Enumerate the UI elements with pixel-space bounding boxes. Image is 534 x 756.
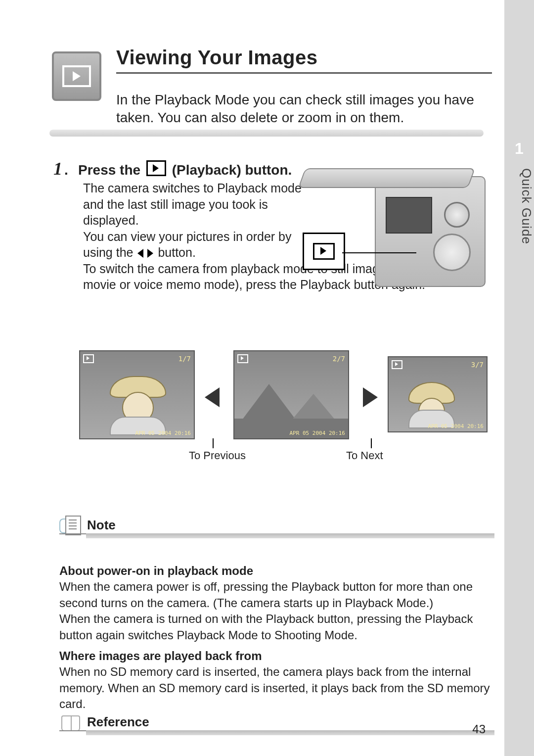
playback-section-icon [52,51,101,101]
step-body-p2b: button. [158,245,195,259]
note-p2: When the camera is turned on with the Pl… [59,611,494,643]
thumb-counter-1: 1/7 [178,355,191,363]
playback-button-callout [303,233,345,270]
camera-lcd [386,197,432,234]
play-triangle-icon [73,71,81,81]
thumb-date-3: APR 05 2004 20:16 [428,423,484,429]
section-title: Viewing Your Images [116,47,317,69]
thumb-date-2: APR 05 2004 20:16 [289,430,345,436]
step-title-suffix: (Playback) button. [172,162,292,178]
note-body: About power-on in playback mode When the… [59,563,494,712]
next-arrow-icon [363,387,378,407]
camera-top [298,168,476,188]
chapter-number: 1 [504,140,534,158]
thumb-playback-icon [392,360,402,369]
thumbnail-1: 1/7 APR 05 2004 20:16 [79,350,195,439]
note-p3: When no SD memory card is inserted, the … [59,664,494,712]
thumbnail-2: 2/7 APR 05 2004 20:16 [233,350,349,439]
note-section: Note About power-on in playback mode Whe… [59,516,494,712]
thumb-playback-icon [237,354,248,363]
note-icon [59,516,81,534]
step-title: Press the (Playback) button. [78,160,292,178]
reference-section: Reference • For how to playback movies, … [59,713,494,756]
manual-page: 1 Quick Guide Viewing Your Images In the… [0,0,534,756]
thumb-counter-3: 3/7 [471,361,484,369]
note-subheading-2: Where images are played back from [59,648,494,664]
playback-icon [313,243,335,260]
page-number: 43 [472,722,486,736]
side-label-quick-guide: Quick Guide [504,168,534,244]
note-subheading-1: About power-on in playback mode [59,563,494,579]
playback-thumbnails: 1/7 APR 05 2004 20:16 2/7 APR 05 2004 20… [79,350,485,449]
play-frame-icon [62,65,91,87]
section-intro: In the Playback Mode you can check still… [116,91,482,127]
left-right-arrow-icon [137,249,153,258]
note-title: Note [87,518,116,533]
tick-next [371,438,372,448]
side-tab: 1 Quick Guide [504,0,534,756]
thumb-counter-2: 2/7 [333,355,345,363]
camera-dial [444,202,470,228]
step-title-prefix: Press the [78,162,144,178]
note-p1: When the camera power is off, pressing t… [59,579,494,611]
thumb-playback-icon [83,354,94,363]
header-band [49,130,484,137]
label-to-previous: To Previous [189,449,246,462]
reference-title: Reference [87,714,149,730]
camera-control-wheel [433,234,471,271]
note-header: Note [59,516,494,535]
step-number-dot: . [64,162,68,178]
reference-icon [59,713,81,731]
playback-button-icon [146,160,166,176]
reference-header: Reference [59,713,494,733]
step-number: 1 [53,158,62,179]
thumbnail-3: 3/7 APR 05 2004 20:16 [388,356,488,432]
previous-arrow-icon [205,387,220,407]
callout-leader-line [342,252,416,253]
camera-illustration [278,166,486,295]
thumb-date-1: APR 05 2004 20:16 [135,430,191,436]
title-rule [116,72,492,74]
camera-body [375,176,486,287]
label-to-next: To Next [346,449,383,462]
tick-previous [213,438,214,448]
